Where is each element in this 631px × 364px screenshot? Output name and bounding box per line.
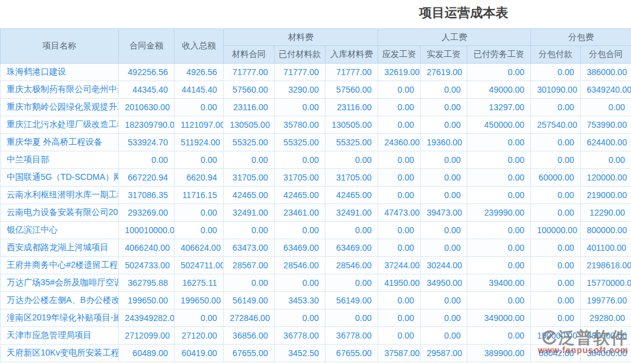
value-cell: 0.00 xyxy=(326,274,378,292)
project-name-cell[interactable]: 重庆太极制药有限公司亳州中药材 xyxy=(1,81,119,99)
table-row: 天府新区10Kv变电所安装工程60489.0060419.0067655.003… xyxy=(1,345,631,362)
value-cell: 0.00 xyxy=(421,81,467,99)
value-cell: 57560.00 xyxy=(224,81,275,99)
value-cell: 0.00 xyxy=(581,99,631,116)
value-cell: 0.00 xyxy=(175,222,224,239)
value-cell: 60000.00 xyxy=(531,169,581,187)
value-cell: 11716.15 xyxy=(175,187,224,204)
value-cell: 42465.00 xyxy=(326,187,378,204)
value-cell: 44345.40 xyxy=(119,81,175,99)
value-cell: 0.00 xyxy=(421,292,467,309)
col-header-total-income: 收入总额 xyxy=(175,29,224,64)
value-cell: 37244.00 xyxy=(378,257,421,274)
project-name-cell[interactable]: 潼南区2019年绿化补贴项目-施工 xyxy=(1,309,119,327)
value-cell: 384000.00 xyxy=(581,345,631,362)
value-cell: 56149.00 xyxy=(326,292,378,309)
col-header-salary-paid: 实发工资 xyxy=(421,46,467,64)
value-cell: 0.00 xyxy=(531,151,581,169)
value-cell: 55325.00 xyxy=(275,134,326,151)
value-cell: 0.00 xyxy=(467,64,531,81)
project-name-cell[interactable]: 万达办公楼左侧A、B办公楼改造工 xyxy=(1,292,119,309)
value-cell: 55325.00 xyxy=(224,134,275,151)
value-cell: 401100.00 xyxy=(581,239,631,257)
value-cell: 0.00 xyxy=(175,151,224,169)
value-cell: 28546.00 xyxy=(326,257,378,274)
value-cell: 32619.00 xyxy=(378,64,421,81)
project-name-cell[interactable]: 天府新区10Kv变电所安装工程 xyxy=(1,345,119,362)
value-cell: 15770000.00 xyxy=(581,274,631,292)
project-name-cell[interactable]: 重庆江北污水处理厂级改造工程-标 xyxy=(1,116,119,134)
value-cell: 13297.00 xyxy=(467,99,531,116)
col-header-subcontract-payment: 分包付款 xyxy=(531,46,581,64)
value-cell: 199650.00 xyxy=(175,292,224,309)
page: 项目运营成本表 项目名称 合同金额 收入总额 材料费 人工费 分包费 材料合同 … xyxy=(0,0,631,364)
value-cell: 47473.00 xyxy=(378,204,421,222)
value-cell: 0.00 xyxy=(531,204,581,222)
value-cell: 24360.00 xyxy=(378,134,421,151)
col-header-material-paid: 已付材料款 xyxy=(275,46,326,64)
project-name-cell[interactable]: 云南水利枢纽潜明水库一期工程项 xyxy=(1,187,119,204)
value-cell: 120000.00 xyxy=(581,169,631,187)
value-cell: 28567.00 xyxy=(224,257,275,274)
value-cell: 5024711.00 xyxy=(175,257,224,274)
project-name-cell[interactable]: 中兰项目部 xyxy=(1,151,119,169)
project-name-cell[interactable]: 王府井商务中心#2楼遗留工程 xyxy=(1,257,119,274)
value-cell: 23461.00 xyxy=(275,204,326,222)
value-cell: 243949282.04 xyxy=(119,309,175,327)
value-cell: 406624.00 xyxy=(175,239,224,257)
project-name-cell[interactable]: 云南电力设备安装有限公司2019年 xyxy=(1,204,119,222)
value-cell: 3452.50 xyxy=(275,345,326,362)
value-cell: 31705.00 xyxy=(224,169,275,187)
value-cell: 0.00 xyxy=(378,187,421,204)
value-cell: 0.00 xyxy=(531,99,581,116)
value-cell: 3453.30 xyxy=(275,292,326,309)
value-cell: 0.00 xyxy=(378,169,421,187)
value-cell: 219000.00 xyxy=(581,187,631,204)
value-cell: 293269.00 xyxy=(119,204,175,222)
value-cell: 0.00 xyxy=(378,327,421,345)
value-cell: 71777.00 xyxy=(224,64,275,81)
project-name-cell[interactable]: 银亿滨江中心 xyxy=(1,222,119,239)
project-name-cell[interactable]: 西安成都路龙湖上河城项目 xyxy=(1,239,119,257)
value-cell: 2712099.00 xyxy=(119,327,175,345)
value-cell: 0.00 xyxy=(467,187,531,204)
value-cell: 6349240.00 xyxy=(581,81,631,99)
table-header: 项目名称 合同金额 收入总额 材料费 人工费 分包费 材料合同 已付材料款 入库… xyxy=(1,29,631,64)
project-name-cell[interactable]: 天津市应急管理局项目 xyxy=(1,327,119,345)
value-cell: 41950.00 xyxy=(378,274,421,292)
value-cell: 0.00 xyxy=(531,274,581,292)
value-cell: 199776.00 xyxy=(581,292,631,309)
value-cell: 29280.00 xyxy=(581,309,631,327)
value-cell: 0.00 xyxy=(175,99,224,116)
value-cell: 0.00 xyxy=(275,309,326,327)
value-cell: 0.00 xyxy=(224,274,275,292)
value-cell: 27120.00 xyxy=(175,327,224,345)
col-header-material-contract: 材料合同 xyxy=(224,46,275,64)
value-cell: 199650.00 xyxy=(119,292,175,309)
table-row: 重庆江北污水处理厂级改造工程-标182309790.001121097.0013… xyxy=(1,116,631,134)
project-name-cell[interactable]: 中国联通5G（TD-SCDMA）网络 xyxy=(1,169,119,187)
value-cell: 511924.00 xyxy=(175,134,224,151)
value-cell: 624400.00 xyxy=(581,134,631,151)
value-cell: 37587.00 xyxy=(378,345,421,362)
project-name-cell[interactable]: 重庆市鹅岭公园绿化景观提升工程 xyxy=(1,99,119,116)
table-row: 珠海鹤港口建设492256.564926.5671777.0071777.007… xyxy=(1,64,631,81)
value-cell: 16275.11 xyxy=(175,274,224,292)
value-cell: 34950.00 xyxy=(421,274,467,292)
table-row: 银亿滨江中心100010000.000.000.000.000.000.000.… xyxy=(1,222,631,239)
value-cell: 60419.00 xyxy=(175,345,224,362)
value-cell: 31705.00 xyxy=(275,169,326,187)
value-cell: 49000.00 xyxy=(467,81,531,99)
value-cell: 0.00 xyxy=(531,292,581,309)
value-cell: 100010000.00 xyxy=(119,222,175,239)
value-cell: 0.00 xyxy=(275,274,326,292)
project-name-cell[interactable]: 珠海鹤港口建设 xyxy=(1,64,119,81)
value-cell: 23116.00 xyxy=(224,99,275,116)
project-name-cell[interactable]: 万达广场35#会所及咖啡厅空调安装 xyxy=(1,274,119,292)
value-cell: 0.00 xyxy=(378,222,421,239)
value-cell: 0.00 xyxy=(326,151,378,169)
table-row: 西安成都路龙湖上河城项目4066240.00406624.0063473.006… xyxy=(1,239,631,257)
value-cell: 0.00 xyxy=(581,151,631,169)
value-cell: 42465.00 xyxy=(224,187,275,204)
project-name-cell[interactable]: 重庆华夏 外高桥工程设备 xyxy=(1,134,119,151)
